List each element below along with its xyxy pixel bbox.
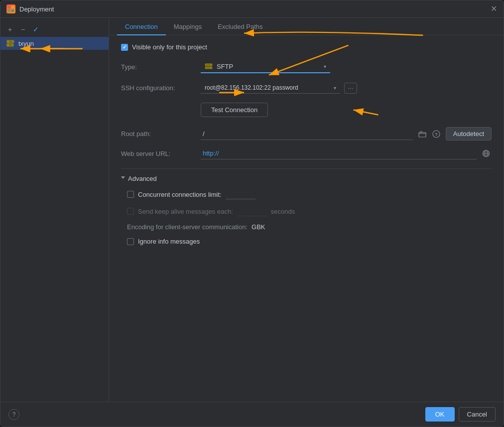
svg-point-8 bbox=[12, 41, 13, 42]
titlebar-left: Deployment bbox=[6, 4, 54, 13]
type-control: SFTP ▾ bbox=[201, 61, 492, 73]
bottom-actions: OK Cancel bbox=[425, 407, 496, 422]
test-connection-row: Test Connection bbox=[201, 103, 492, 117]
svg-point-13 bbox=[210, 67, 211, 68]
sidebar-item-txyun[interactable]: txyun bbox=[0, 37, 109, 50]
advanced-options: Concurrent connections limit: Send keep … bbox=[121, 189, 492, 245]
web-url-input[interactable] bbox=[201, 147, 477, 159]
type-row: Type: SFTP bbox=[121, 61, 492, 73]
svg-rect-7 bbox=[7, 45, 9, 46]
svg-rect-11 bbox=[205, 67, 212, 69]
dialog-title: Deployment bbox=[19, 5, 54, 13]
path-icons: ? bbox=[417, 129, 442, 140]
sftp-icon bbox=[205, 63, 213, 70]
web-url-row: Web server URL: bbox=[121, 147, 492, 159]
keep-alive-row: Send keep alive messages each: seconds bbox=[127, 206, 492, 216]
remove-server-button[interactable]: − bbox=[17, 24, 28, 35]
add-server-button[interactable]: + bbox=[4, 24, 15, 35]
svg-point-12 bbox=[210, 64, 211, 65]
form-area: ✓ Visible only for this project Type: bbox=[109, 35, 504, 402]
ssh-config-row: SSH configuration: root@82.156.132.102:2… bbox=[121, 82, 492, 94]
close-button[interactable]: ✕ bbox=[490, 5, 498, 13]
app-icon bbox=[6, 4, 15, 13]
type-value: SFTP bbox=[217, 63, 320, 70]
keep-alive-unit: seconds bbox=[271, 208, 295, 215]
ssh-value: root@82.156.132.102:22 password bbox=[205, 84, 331, 91]
ignore-info-row: Ignore info messages bbox=[127, 238, 492, 245]
cancel-button[interactable]: Cancel bbox=[459, 407, 496, 422]
type-dropdown-arrow: ▾ bbox=[324, 64, 326, 69]
sidebar-toolbar: + − ✓ bbox=[0, 22, 109, 37]
svg-rect-5 bbox=[7, 41, 9, 42]
advanced-triangle-icon bbox=[121, 176, 125, 181]
ssh-select[interactable]: root@82.156.132.102:22 password ▾ bbox=[201, 82, 340, 94]
visible-only-row: ✓ Visible only for this project bbox=[121, 43, 492, 51]
bottom-bar: ? OK Cancel bbox=[0, 402, 504, 427]
divider bbox=[121, 168, 492, 169]
titlebar: Deployment ✕ bbox=[0, 0, 504, 18]
svg-rect-3 bbox=[11, 9, 14, 12]
concurrent-input[interactable] bbox=[226, 189, 255, 199]
concurrent-row: Concurrent connections limit: bbox=[127, 189, 492, 199]
sidebar: + − ✓ bbox=[0, 18, 109, 402]
encoding-row: Encoding for client-server communication… bbox=[127, 223, 492, 231]
svg-rect-10 bbox=[205, 64, 212, 66]
root-path-row: Root path: bbox=[121, 127, 492, 141]
type-label: Type: bbox=[121, 63, 201, 71]
svg-point-9 bbox=[12, 45, 13, 46]
tab-excluded-paths[interactable]: Excluded Paths bbox=[210, 18, 270, 35]
globe-button[interactable] bbox=[481, 148, 492, 159]
visible-only-label[interactable]: Visible only for this project bbox=[132, 43, 207, 51]
check-button[interactable]: ✓ bbox=[30, 24, 41, 35]
server-icon bbox=[6, 39, 14, 47]
svg-text:?: ? bbox=[435, 132, 438, 137]
tabs-bar: Connection Mappings Excluded Paths bbox=[109, 18, 504, 35]
help-path-button[interactable]: ? bbox=[431, 129, 442, 140]
root-path-label: Root path: bbox=[121, 130, 201, 138]
concurrent-checkbox[interactable] bbox=[127, 191, 134, 198]
deployment-dialog: Deployment ✕ + − ✓ bbox=[0, 0, 504, 427]
ignore-info-label: Ignore info messages bbox=[138, 238, 200, 245]
ssh-label: SSH configuration: bbox=[121, 84, 201, 92]
type-select[interactable]: SFTP ▾ bbox=[201, 61, 330, 73]
svg-rect-0 bbox=[8, 6, 10, 8]
advanced-toggle[interactable]: Advanced bbox=[121, 175, 492, 182]
svg-rect-1 bbox=[11, 6, 14, 8]
help-button[interactable]: ? bbox=[8, 409, 19, 420]
encoding-value: GBK bbox=[252, 223, 265, 231]
ssh-control: root@82.156.132.102:22 password ▾ ··· bbox=[201, 82, 492, 94]
keep-alive-input bbox=[237, 206, 267, 216]
encoding-label: Encoding for client-server communication… bbox=[127, 223, 248, 231]
main-content: + − ✓ bbox=[0, 18, 504, 402]
advanced-label: Advanced bbox=[128, 175, 157, 182]
web-url-label: Web server URL: bbox=[121, 150, 201, 157]
ssh-more-button[interactable]: ··· bbox=[344, 83, 357, 94]
autodetect-button[interactable]: Autodetect bbox=[446, 127, 492, 141]
tab-connection[interactable]: Connection bbox=[117, 18, 166, 35]
browse-folder-button[interactable] bbox=[417, 129, 428, 140]
visible-only-checkbox[interactable]: ✓ bbox=[121, 44, 128, 51]
concurrent-label: Concurrent connections limit: bbox=[138, 191, 222, 198]
tab-mappings[interactable]: Mappings bbox=[166, 18, 210, 35]
keep-alive-label: Send keep alive messages each: bbox=[138, 208, 233, 215]
svg-rect-14 bbox=[419, 133, 426, 137]
ignore-info-checkbox[interactable] bbox=[127, 238, 134, 245]
ok-button[interactable]: OK bbox=[425, 407, 455, 422]
ssh-dropdown-arrow: ▾ bbox=[334, 85, 336, 91]
right-panel: Connection Mappings Excluded Paths ✓ Vis… bbox=[109, 18, 504, 402]
keep-alive-checkbox bbox=[127, 208, 134, 215]
root-path-input[interactable] bbox=[201, 128, 413, 140]
sidebar-item-label: txyun bbox=[18, 40, 34, 47]
test-connection-button[interactable]: Test Connection bbox=[201, 103, 268, 117]
svg-rect-2 bbox=[8, 9, 10, 12]
